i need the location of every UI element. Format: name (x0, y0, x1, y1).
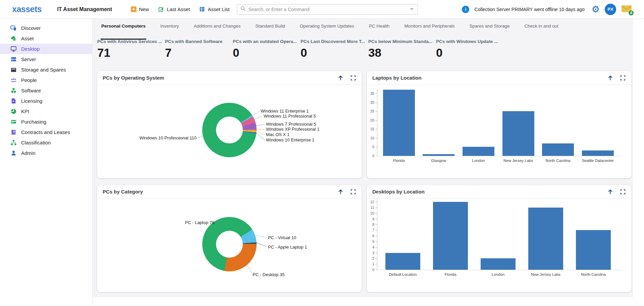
tab-personal-computers[interactable]: Personal Computers (101, 19, 146, 40)
top-header: xassets IT Asset Management + New Last A… (0, 0, 644, 19)
sidebar-item-server[interactable]: Server (0, 54, 92, 64)
admin-icon (10, 150, 17, 157)
tick-mark (375, 102, 377, 103)
notification-text: Collection Server PRIMARY went offline 1… (474, 7, 584, 12)
licensing-icon (10, 98, 17, 104)
x-category-label: London (459, 159, 498, 163)
sidebar-item-storage[interactable]: Storage and Spares (0, 64, 92, 75)
bar-default-location (385, 253, 420, 270)
sidebar-item-label: Purchasing (21, 119, 46, 125)
y-tick-label: 25 (366, 109, 374, 113)
tick-mark (375, 264, 377, 264)
card-title: Laptops by Location (372, 75, 422, 81)
card-header: PCs by Operating System (97, 71, 362, 85)
tab-inventory[interactable]: Inventory (160, 19, 180, 40)
sidebar-item-contracts[interactable]: Contracts and Leases (0, 127, 92, 137)
fullscreen-icon[interactable] (350, 74, 357, 82)
kpi-tile[interactable]: PCs Last Discovered More T...0 (301, 39, 368, 59)
kpi-tile[interactable]: PCs with Antivirus Services ...71 (97, 39, 165, 59)
chevron-down-icon[interactable] (410, 6, 414, 12)
y-tick-label: 0 (366, 268, 374, 272)
contracts-icon (10, 129, 17, 136)
kpi-value: 38 (368, 46, 436, 59)
tab-standard-build[interactable]: Standard Build (255, 19, 286, 40)
new-button[interactable]: + New (131, 6, 149, 12)
bar-london (463, 147, 494, 156)
y-tick-label: 7 (366, 228, 374, 232)
tab-spares-and-storage[interactable]: Spares and Storage (469, 19, 510, 40)
slice-label: Mac OS X 1 (266, 132, 289, 137)
tab-check-in-and-out[interactable]: Check in and out (524, 19, 559, 40)
asset-list-button[interactable]: Asset List (199, 6, 229, 13)
sidebar-item-software[interactable]: Software (0, 85, 92, 96)
donut-chart-category: PC - Virtual 10PC - Apple Laptop 1PC - D… (97, 185, 362, 293)
kpi-tile[interactable]: PCs with Windows Update ...0 (436, 39, 504, 59)
search-input[interactable] (248, 7, 410, 12)
info-icon[interactable]: i (462, 6, 469, 13)
donut-ring (202, 217, 257, 271)
kpi-label: PCs with Banned Software (165, 39, 233, 44)
header-actions: + New Last Asset Asset List (131, 6, 229, 13)
sidebar-nav: DiscoverAssetDesktopServerStorage and Sp… (0, 19, 93, 306)
sidebar-item-label: People (21, 77, 37, 83)
x-category-label: Default Location (379, 272, 427, 276)
sidebar-item-licensing[interactable]: Licensing (0, 96, 92, 106)
bar-florida (433, 202, 468, 270)
fullscreen-icon[interactable] (350, 188, 357, 195)
tab-monitors-and-peripherals[interactable]: Monitors and Peripherals (404, 19, 455, 40)
mail-badge: 4 (629, 10, 634, 15)
tab-additions-and-changes[interactable]: Additions and Changes (193, 19, 241, 40)
card-pcs-by-category: PCs by Category PC - Virtual 10PC - Appl… (97, 185, 362, 292)
tab-operating-system-updates[interactable]: Operating System Updates (299, 19, 355, 40)
tick-mark (375, 147, 377, 147)
y-tick-label: 3 (366, 251, 374, 255)
export-up-icon[interactable] (337, 74, 344, 82)
last-asset-button[interactable]: Last Asset (158, 6, 190, 13)
fullscreen-icon[interactable] (619, 188, 627, 195)
y-tick-label: 12 (366, 200, 374, 204)
tick-mark (375, 129, 377, 129)
sidebar-item-classification[interactable]: Classification (0, 137, 92, 148)
sidebar-item-desktop[interactable]: Desktop (0, 44, 92, 54)
kpi-icon (10, 108, 17, 115)
y-tick-label: 15 (366, 127, 374, 131)
sidebar-item-kpi[interactable]: KPI (0, 106, 92, 117)
mail-icon[interactable]: 4 (621, 5, 633, 14)
y-tick-label: 5 (366, 145, 374, 149)
sidebar-item-label: Server (21, 56, 36, 62)
y-tick-label: 11 (366, 206, 374, 210)
slice-label: Windows 11 Enterprise 1 (261, 108, 309, 114)
kpi-tile[interactable]: PCs with an outdated Opera...0 (233, 39, 301, 59)
export-up-icon[interactable] (337, 188, 344, 195)
sidebar-item-purchasing[interactable]: Purchasing (0, 117, 92, 127)
sidebar-item-discover[interactable]: Discover (0, 23, 92, 33)
sidebar-item-people[interactable]: People (0, 75, 92, 85)
sidebar-item-admin[interactable]: Admin (0, 148, 92, 158)
leader-lines (97, 71, 362, 179)
kpi-tile[interactable]: PCs below Minimum Standa...38 (368, 39, 436, 59)
y-tick-label: 30 (366, 100, 374, 104)
y-tick-label: 1 (366, 262, 374, 266)
sidebar-item-asset[interactable]: Asset (0, 33, 92, 44)
bar-florida (383, 90, 415, 156)
x-category-label: Seattle Datacenter (578, 159, 618, 163)
table-icon (199, 6, 205, 13)
tick-mark (375, 138, 377, 138)
gear-icon[interactable]: ⚙ (592, 5, 600, 14)
kpi-tile[interactable]: PCs with Banned Software7 (165, 39, 233, 59)
avatar[interactable]: PX (605, 4, 616, 15)
tab-pc-health[interactable]: PC Health (368, 19, 390, 40)
asset-icon (10, 35, 17, 42)
xassets-logo[interactable]: xassets (12, 4, 42, 14)
kpi-value: 7 (165, 46, 233, 59)
tick-mark (375, 208, 377, 208)
export-up-icon[interactable] (606, 188, 614, 195)
export-up-icon[interactable] (606, 74, 614, 82)
y-tick-label: 9 (366, 217, 374, 221)
edit-icon (158, 6, 164, 13)
x-category-label: London (474, 272, 522, 276)
fullscreen-icon[interactable] (619, 74, 627, 82)
slice-label: PC - Apple Laptop 1 (268, 245, 307, 250)
y-tick-label: 5 (366, 239, 374, 244)
server-icon (10, 56, 17, 63)
